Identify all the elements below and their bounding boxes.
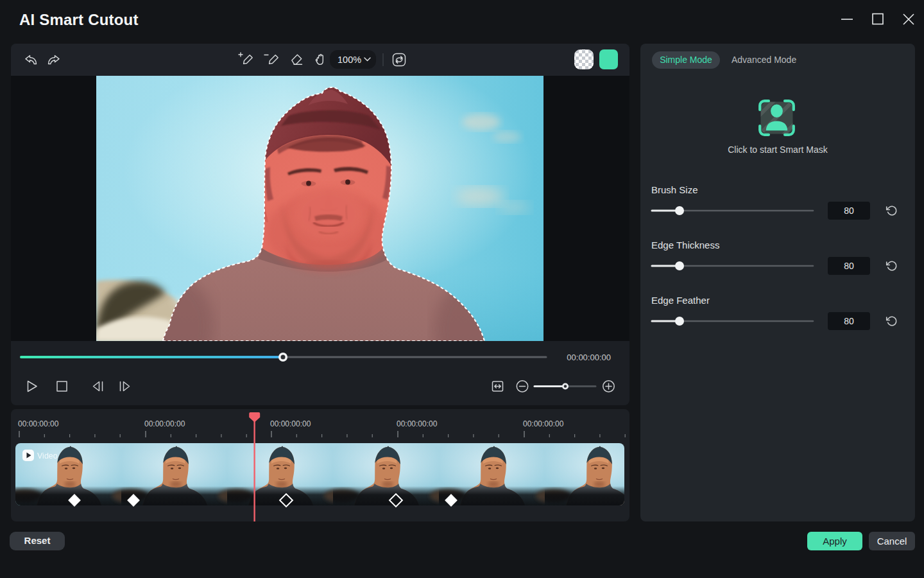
svg-text:100%: 100% (338, 55, 361, 65)
